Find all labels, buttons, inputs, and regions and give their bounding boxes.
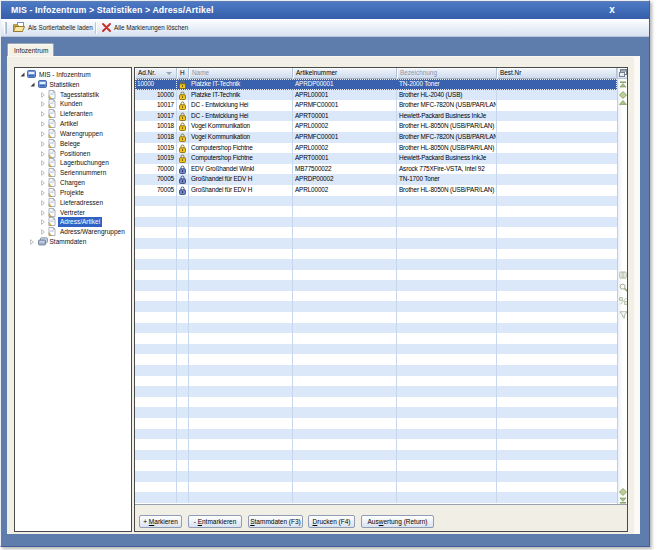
tree-collapsed-icon[interactable]	[30, 239, 36, 245]
grid-cell-h[interactable]	[177, 111, 189, 122]
tree-item-statistiken[interactable]: Statistiken	[15, 80, 131, 90]
column-header-artikelnummer[interactable]: Artikelnummer	[293, 68, 397, 79]
grid-cell-artikelnummer[interactable]: APRL00002	[293, 185, 397, 196]
tree-collapsed-icon[interactable]	[41, 141, 47, 147]
grid-cell-bezeichnung[interactable]: Hewlett-Packard Business InkJe	[397, 153, 497, 164]
grid-cell-h[interactable]	[177, 132, 189, 143]
grid-cell-name[interactable]: Platzke IT-Technik	[189, 79, 293, 90]
grid-row[interactable]: 10019Computershop FichtneAPRL00002Brothe…	[135, 143, 617, 154]
grid-cell-ad-nr-[interactable]: 10019	[135, 143, 177, 154]
grid-cell-bezeichnung[interactable]: Brother MFC-7820N (USB/PAR/LAN	[397, 132, 497, 143]
grid-row[interactable]: 10017DC - Entwicklung HeiAPRMFC00001Brot…	[135, 100, 617, 111]
tree-item-belege[interactable]: Belege	[15, 139, 131, 149]
nav-diamond-icon[interactable]	[619, 488, 627, 496]
grid-cell-h[interactable]	[177, 121, 189, 132]
grid-cell-name[interactable]: Großhandel für EDV H	[189, 174, 293, 185]
grid-cell-ad-nr-[interactable]: 70000	[135, 164, 177, 175]
grid-cell-best-nr[interactable]	[497, 79, 617, 90]
grid-cell-ad-nr-[interactable]: 70005	[135, 185, 177, 196]
tree-item-lagerbuchungen[interactable]: Lagerbuchungen	[15, 158, 131, 168]
tree-collapsed-icon[interactable]	[41, 101, 47, 107]
tree-item-warengruppen[interactable]: Warengruppen	[15, 129, 131, 139]
tree-collapsed-icon[interactable]	[41, 170, 47, 176]
grid-cell-bezeichnung[interactable]: TN-2000 Toner	[397, 79, 497, 90]
grid-cell-name[interactable]: DC - Entwicklung Hei	[189, 100, 293, 111]
grid-cell-artikelnummer[interactable]: APRT00001	[293, 111, 397, 122]
grid-cell-bezeichnung[interactable]: Brother HL-8050N (USB/PAR/LAN)	[397, 143, 497, 154]
percent-icon[interactable]	[619, 297, 627, 305]
grid-cell-artikelnummer[interactable]: APRL00001	[293, 90, 397, 101]
grid-row[interactable]: 10018Vogel KommunikationAPRL00002Brother…	[135, 121, 617, 132]
action-button-entmarkieren[interactable]: - Entmarkieren	[188, 515, 242, 528]
grid-cell-h[interactable]	[177, 90, 189, 101]
tree-item-projekte[interactable]: Projekte	[15, 188, 131, 198]
grid-cell-bezeichnung[interactable]: Asrock 775XFire-VSTA, Intel 92	[397, 164, 497, 175]
action-button-markieren[interactable]: + Markieren	[139, 515, 182, 528]
grid-cell-ad-nr-[interactable]: 10000	[135, 79, 177, 90]
tree-collapsed-icon[interactable]	[41, 111, 47, 117]
tree-expanded-icon[interactable]	[30, 82, 36, 88]
grid-cell-best-nr[interactable]	[497, 100, 617, 111]
action-button-stammdaten-f3[interactable]: Stammdaten (F3)	[248, 515, 303, 528]
grid-cell-ad-nr-[interactable]: 10018	[135, 132, 177, 143]
tree-item-mis-infozentrum[interactable]: MIS - Infozentrum	[15, 70, 131, 80]
tree-item-kunden[interactable]: Kunden	[15, 99, 131, 109]
grid-cell-bezeichnung[interactable]: TN-1700 Toner	[397, 174, 497, 185]
tree-collapsed-icon[interactable]	[41, 219, 47, 225]
grid-customize-button[interactable]	[618, 68, 627, 79]
grid-cell-name[interactable]: Vogel Kommunikation	[189, 121, 293, 132]
grid-cell-artikelnummer[interactable]: APRT00001	[293, 153, 397, 164]
column-header-h[interactable]: H	[177, 68, 189, 79]
tree-item-stammdaten[interactable]: Stammdaten	[15, 237, 131, 247]
tree-expanded-icon[interactable]	[20, 72, 26, 78]
column-header-bezeichnung[interactable]: Bezeichnung	[397, 68, 497, 79]
grid-cell-ad-nr-[interactable]: 10017	[135, 111, 177, 122]
grid-cell-h[interactable]	[177, 164, 189, 175]
grid-cell-best-nr[interactable]	[497, 185, 617, 196]
grid-cell-best-nr[interactable]	[497, 174, 617, 185]
toolbar-grip[interactable]	[4, 22, 7, 34]
tree-item-chargen[interactable]: Chargen	[15, 178, 131, 188]
grid-cell-bezeichnung[interactable]: Brother MFC-7820N (USB/PAR/LAN	[397, 100, 497, 111]
tree-item-lieferadressen[interactable]: Lieferadressen	[15, 198, 131, 208]
clear-marks-button[interactable]: Alle Markierungen löschen	[102, 19, 188, 36]
tree-item-tagesstatistik[interactable]: Tagesstatistik	[15, 90, 131, 100]
grid-cell-name[interactable]: DC - Entwicklung Hei	[189, 111, 293, 122]
grid-cell-best-nr[interactable]	[497, 121, 617, 132]
grid-row[interactable]: 70005Großhandel für EDV HAPRL00002Brothe…	[135, 185, 617, 196]
grid-cell-h[interactable]	[177, 153, 189, 164]
nav-diamond-icon[interactable]	[619, 91, 627, 99]
action-button-drucken-f4[interactable]: Drucken (F4)	[308, 515, 355, 528]
grid-row[interactable]: 10019Computershop FichtneAPRT00001Hewlet…	[135, 153, 617, 164]
grid-row[interactable]: 10000Platzke IT-TechnikAPRDP00001TN-2000…	[135, 79, 617, 90]
grid-cell-ad-nr-[interactable]: 70005	[135, 174, 177, 185]
search-icon[interactable]	[619, 283, 627, 291]
grid-cell-bezeichnung[interactable]: Brother HL-8050N (USB/PAR/LAN)	[397, 185, 497, 196]
grid-cell-name[interactable]: Großhandel für EDV H	[189, 185, 293, 196]
tree-collapsed-icon[interactable]	[41, 210, 47, 216]
tree-collapsed-icon[interactable]	[41, 92, 47, 98]
column-header-name[interactable]: Name	[189, 68, 293, 79]
tree-collapsed-icon[interactable]	[41, 160, 47, 166]
scroll-top-icon[interactable]	[619, 81, 627, 89]
grid-cell-ad-nr-[interactable]: 10018	[135, 121, 177, 132]
column-header-ad-nr-[interactable]: Ad.Nr.	[135, 68, 177, 79]
grid-cell-ad-nr-[interactable]: 10017	[135, 100, 177, 111]
grid-cell-name[interactable]: Computershop Fichtne	[189, 153, 293, 164]
grid-cell-best-nr[interactable]	[497, 90, 617, 101]
tree-item-positionen[interactable]: Positionen	[15, 149, 131, 159]
load-sort-table-button[interactable]: Als Sortiertabelle laden	[13, 19, 93, 36]
grid-cell-best-nr[interactable]	[497, 132, 617, 143]
tree-collapsed-icon[interactable]	[41, 190, 47, 196]
grid-cell-artikelnummer[interactable]: APRDP00001	[293, 79, 397, 90]
grid-cell-artikelnummer[interactable]: APRMFC00001	[293, 100, 397, 111]
grid-cell-name[interactable]: EDV Großhandel Winkl	[189, 164, 293, 175]
grid-cell-h[interactable]	[177, 185, 189, 196]
grid-cell-name[interactable]: Vogel Kommunikation	[189, 132, 293, 143]
grid-cell-h[interactable]	[177, 143, 189, 154]
grid-cell-artikelnummer[interactable]: MB77500022	[293, 164, 397, 175]
grid-cell-bezeichnung[interactable]: Brother HL-8050N (USB/PAR/LAN)	[397, 121, 497, 132]
filter-icon[interactable]	[619, 311, 627, 319]
grid-row[interactable]: 70005Großhandel für EDV HAPRDP00002TN-17…	[135, 174, 617, 185]
tree-collapsed-icon[interactable]	[41, 229, 47, 235]
